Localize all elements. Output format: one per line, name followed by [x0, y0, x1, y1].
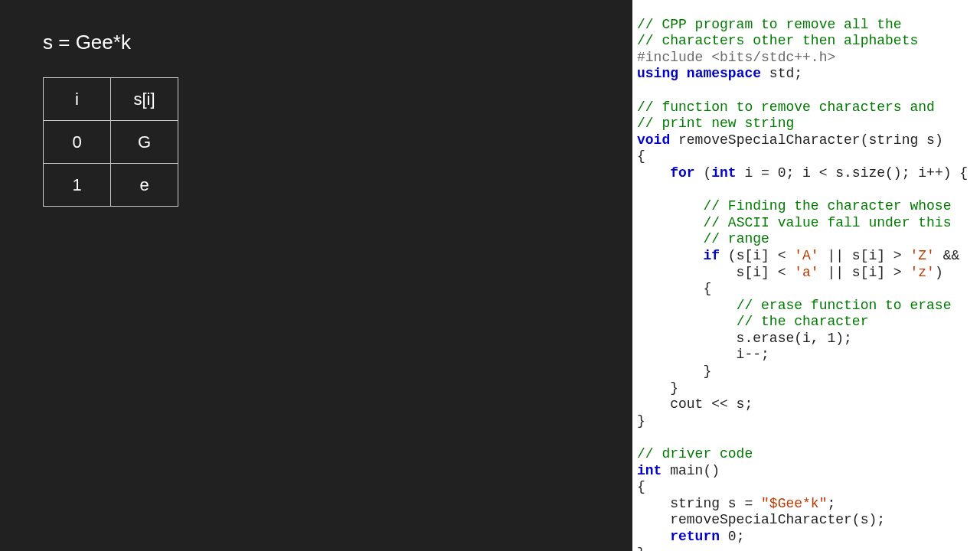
- comment: // the character: [737, 314, 869, 329]
- cell-s-0: G: [111, 121, 178, 164]
- code-text: || s[i] >: [819, 265, 910, 280]
- comment: // erase function to erase: [737, 298, 952, 313]
- keyword-namespace: namespace: [687, 66, 761, 81]
- code-text: (s[i] <: [720, 248, 794, 263]
- comment: // characters other then alphabets: [637, 33, 918, 48]
- comment: // print new string: [637, 116, 794, 131]
- code-text: std;: [761, 66, 802, 81]
- char-literal: 'a': [794, 265, 818, 280]
- brace: {: [637, 148, 645, 164]
- string-literal: "$Gee*k": [761, 496, 827, 511]
- preprocessor: #include <bits/stdc++.h>: [637, 50, 835, 65]
- comment: // function to remove characters and: [637, 99, 935, 115]
- table-row: 1 e: [44, 164, 178, 207]
- comment: // driver code: [637, 446, 753, 461]
- char-literal: 'z': [910, 265, 934, 280]
- expression-text: s = Gee*k: [43, 31, 590, 54]
- brace: }: [637, 413, 645, 429]
- code-text: 0;: [720, 529, 744, 544]
- code-text: s[i] <: [637, 265, 794, 280]
- brace: {: [637, 479, 645, 494]
- code-text: removeSpecialCharacter(string s): [670, 132, 942, 148]
- code-text: removeSpecialCharacter(s);: [637, 512, 885, 527]
- brace: }: [637, 380, 678, 396]
- keyword-int: int: [711, 165, 736, 181]
- char-literal: 'A': [794, 248, 818, 263]
- code-text: ;: [827, 496, 835, 511]
- keyword-return: return: [670, 529, 720, 544]
- keyword-using: using: [637, 66, 678, 81]
- code-text: || s[i] >: [819, 248, 910, 263]
- brace: }: [637, 364, 711, 379]
- char-literal: 'Z': [910, 248, 934, 263]
- code-block: // CPP program to remove all the // char…: [632, 17, 980, 551]
- cell-i-1: 1: [44, 164, 111, 207]
- brace: }: [637, 546, 645, 551]
- cell-i-0: 0: [44, 121, 111, 164]
- keyword-if: if: [703, 248, 720, 263]
- code-text: i = 0; i < s.size(); i++) {: [737, 165, 968, 181]
- table-header-row: i s[i]: [44, 78, 178, 121]
- brace: {: [637, 281, 711, 296]
- table-header-si: s[i]: [111, 78, 178, 121]
- comment: // Finding the character whose: [703, 198, 951, 214]
- code-text: &&: [935, 248, 959, 263]
- table-row: 0 G: [44, 121, 178, 164]
- code-panel: // CPP program to remove all the // char…: [632, 0, 980, 551]
- keyword-void: void: [637, 132, 670, 148]
- code-text: s.erase(i, 1);: [637, 331, 852, 346]
- code-text: ): [935, 265, 943, 280]
- comment: // ASCII value fall under this: [703, 215, 951, 230]
- code-text: (: [695, 165, 712, 181]
- comment: // range: [703, 231, 769, 246]
- keyword-int: int: [637, 463, 662, 478]
- visualization-panel: s = Gee*k i s[i] 0 G 1 e: [0, 0, 632, 551]
- comment: // CPP program to remove all the: [637, 17, 902, 32]
- code-text: cout << s;: [637, 396, 753, 412]
- keyword-for: for: [670, 165, 694, 181]
- trace-table: i s[i] 0 G 1 e: [43, 77, 178, 207]
- code-text: string s =: [637, 496, 761, 511]
- code-text: i--;: [637, 347, 769, 362]
- table-header-i: i: [44, 78, 111, 121]
- code-text: main(): [662, 463, 720, 478]
- cell-s-1: e: [111, 164, 178, 207]
